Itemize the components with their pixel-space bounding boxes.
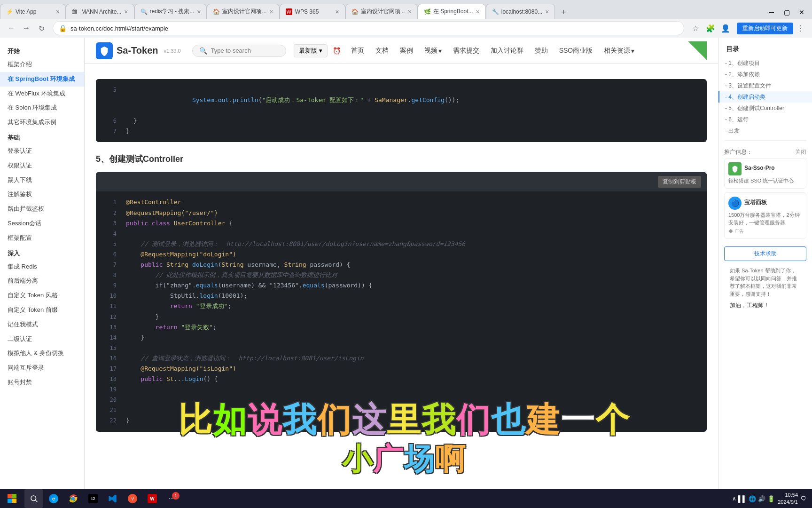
taskbar-vscode[interactable] [103,489,122,508]
taskbar-git[interactable]: ⑂ [123,489,142,508]
tab-interior1[interactable]: 🏠 室内设计官网项... × [207,4,279,19]
tray-network-icon[interactable]: 🌐 [749,495,756,502]
taskbar-idea[interactable]: IJ [84,489,102,508]
minimize-btn[interactable]: ─ [765,6,778,19]
tab-close-btn[interactable]: × [56,8,60,16]
code-token: out [218,96,229,103]
tab-vite[interactable]: ⚡ Vite App × [0,4,66,19]
sidebar-item-session[interactable]: Session会话 [0,216,84,231]
tab-mann[interactable]: 🏛 MANN Archite... × [66,4,134,19]
tab-close-btn[interactable]: × [335,8,339,16]
toc-item-4[interactable]: - 4、创建启动类 [718,91,812,103]
toc-item-5[interactable]: - 5、创建测试Controller [718,103,812,114]
tab-close-btn[interactable]: × [408,8,412,16]
sidebar-item-permission[interactable]: 权限认证 [0,159,84,173]
toc-item-1[interactable]: - 1、创建项目 [718,57,812,69]
toc-item-2[interactable]: - 2、添加依赖 [718,69,812,80]
clock-icon[interactable]: ⏰ [329,43,344,58]
maximize-btn[interactable]: ▢ [780,6,793,19]
overlay-char: 广 [373,439,403,480]
sidebar-item-other[interactable]: 其它环境集成示例 [0,115,84,130]
line-number: 12 [102,312,117,322]
sidebar-item-frontend[interactable]: 前后端分离 [0,274,84,288]
version-select[interactable]: 最新版 ▾ [294,44,328,57]
tab-close-btn[interactable]: × [124,8,128,16]
line-number: 5 [102,85,117,95]
sidebar-item-remember[interactable]: 记住我模式 [0,318,84,332]
promo-close-btn[interactable]: 关闭 [795,148,806,156]
sidebar-item-webflux[interactable]: 在 WebFlux 环境集成 [0,87,84,101]
menu-btn[interactable]: ⋮ [793,21,808,36]
back-btn[interactable]: ← [4,21,19,36]
tab-close-btn[interactable]: × [197,8,201,16]
line-code: System.out.println("启动成功，Sa-Token 配置如下："… [126,85,459,116]
overlay-char: 场 [404,439,434,480]
nav-home[interactable]: 首页 [346,44,369,58]
tray-arrow[interactable]: ∧ [732,495,736,502]
toc-item-6[interactable]: - 6、运行 [718,114,812,125]
search-input[interactable] [211,47,277,54]
address-bar[interactable]: 🔒 sa-token.cc/doc.html#/start/example [53,21,684,35]
tech-help-btn[interactable]: 技术求助 [724,246,806,261]
copy-btn[interactable]: 复制到剪贴板 [658,176,701,188]
forward-btn[interactable]: → [19,21,34,36]
tab-wps[interactable]: W WPS 365 × [280,4,345,19]
sidebar-item-second-auth[interactable]: 二级认证 [0,332,84,347]
sidebar-item-login[interactable]: 登录认证 [0,144,84,159]
toc-item-3[interactable]: - 3、设置配置文件 [718,80,812,91]
sidebar-item-kickout[interactable]: 踢人下线 [0,173,84,188]
code-token: SaManager [375,96,407,103]
taskbar-edge[interactable]: e [44,489,63,508]
new-tab-btn[interactable]: + [557,6,570,19]
nav-docs[interactable]: 文档 [371,44,393,58]
toc-item-depart[interactable]: - 出发 [718,125,812,136]
chevron-down-icon: ▾ [319,47,322,54]
tab-localhost[interactable]: 🔧 localhost:8080... × [486,4,555,19]
close-btn[interactable]: ✕ [795,6,808,19]
sidebar-item-springboot[interactable]: 在 SpringBoot 环境集成 [0,72,84,87]
nav-request[interactable]: 需求提交 [448,44,484,58]
taskbar-clock[interactable]: 10:54 2024/9/1 [778,492,798,506]
nav-discuss[interactable]: 加入讨论群 [486,44,528,58]
nav-cases[interactable]: 案例 [395,44,418,58]
nav-video[interactable]: 视频 ▾ [420,44,446,58]
nav-sso[interactable]: SSO商业版 [554,44,598,58]
nav-related[interactable]: 相关资源 ▾ [599,44,639,58]
taskbar-more[interactable]: ⋯ 1 [163,489,181,508]
sidebar-item-ban[interactable]: 账号封禁 [0,375,84,390]
sidebar-item-route[interactable]: 路由拦截鉴权 [0,202,84,216]
sidebar-item-token-prefix[interactable]: 自定义 Token 前缀 [0,303,84,318]
sidebar-item-annotation[interactable]: 注解鉴权 [0,187,84,202]
update-btn[interactable]: 重新启动即可更新 [737,23,793,34]
search-box[interactable]: 🔍 [192,45,286,57]
helper-text: 如果 Sa-Token 帮助到了你，希望你可以以同向问答，并推荐了解本框架，这对… [724,265,806,300]
notification-center-icon[interactable]: 🗨 [801,495,806,502]
sidebar-item-solon[interactable]: 在 Solon 环境集成 [0,101,84,115]
sidebar-item-intro[interactable]: 框架介绍 [0,57,84,72]
tray-speaker-icon[interactable]: 🔊 [758,495,765,502]
nav-sponsor[interactable]: 赞助 [530,44,553,58]
tab-close-btn[interactable]: × [269,8,273,16]
taskbar-wps[interactable]: W [143,489,162,508]
code-line: 2 @RequestMapping("/user/") [96,208,707,218]
sidebar-item-redis[interactable]: 集成 Redis [0,260,84,274]
taskbar-chrome[interactable] [64,489,83,508]
taskbar-search[interactable] [24,489,43,508]
sidebar-item-mutex[interactable]: 同端互斥登录 [0,361,84,375]
sidebar-item-config[interactable]: 框架配置 [0,231,84,246]
profile-btn[interactable]: 👤 [718,21,733,36]
tab-springboot[interactable]: 🌿 在 SpringBoot... × [418,4,486,19]
tab-title: 室内设计官网项... [361,8,405,16]
tab-close-btn[interactable]: × [545,8,549,16]
start-button[interactable] [2,489,23,508]
tray-bar-icon[interactable]: ▌▌ [738,495,747,502]
sidebar-item-token-style[interactable]: 自定义 Token 风格 [0,288,84,303]
extensions-btn[interactable]: 🧩 [703,21,718,36]
tab-interior2[interactable]: 🏠 室内设计官网项... × [345,4,418,19]
tab-redis[interactable]: 🔍 redis学习 - 搜索... × [134,4,207,19]
tray-battery-icon[interactable]: 🔋 [767,495,775,502]
reload-btn[interactable]: ↻ [34,21,49,36]
bookmark-btn[interactable]: ☆ [688,21,703,36]
sidebar-item-simulate[interactable]: 模拟他人 & 身份切换 [0,346,84,361]
tab-close-btn[interactable]: × [476,8,480,16]
